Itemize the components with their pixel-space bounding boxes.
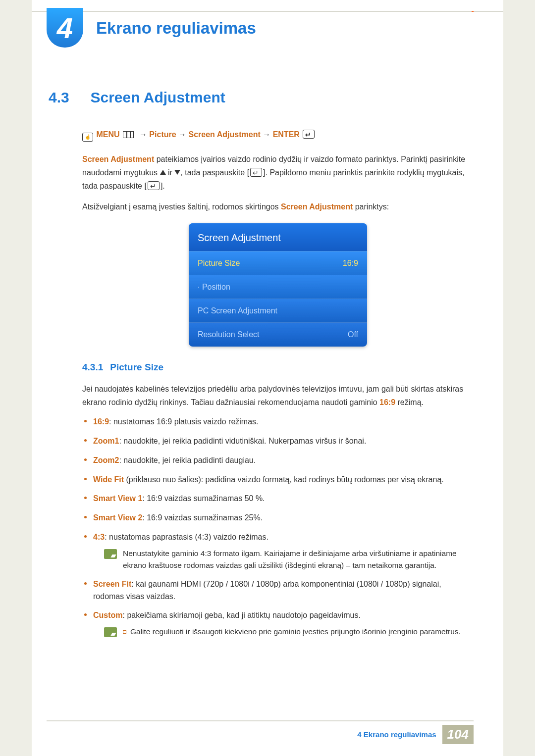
paragraph-2: Atsižvelgiant į esamą įvesties šaltinį, …: [82, 200, 474, 213]
osd-row-picture-size: Picture Size 16:9: [189, 251, 367, 275]
section-number: 4.3: [49, 89, 88, 106]
paragraph-1: Screen Adjustment pateikiamos įvairios v…: [82, 152, 474, 193]
page: 4 Ekrano reguliavimas 4.3 Screen Adjustm…: [32, 0, 503, 756]
osd-row-label: Picture Size: [198, 256, 240, 270]
list-item: Zoom2: naudokite, jei reikia padidinti d…: [93, 454, 474, 467]
list-item: Smart View 2: 16:9 vaizdas sumažinamas 2…: [93, 512, 474, 524]
kw-16-9: 16:9: [379, 398, 395, 406]
section-heading: 4.3 Screen Adjustment: [49, 89, 474, 106]
nav-enter-label: ENTER: [273, 130, 300, 139]
osd-row-label: Resolution Select: [198, 328, 260, 341]
osd-row-value: 16:9: [343, 256, 358, 270]
square-bullet-icon: [123, 630, 126, 634]
list-item: Zoom1: naudokite, jei reikia padidinti v…: [93, 435, 474, 448]
osd-row-position: · Position: [189, 275, 367, 299]
enter-icon: [250, 168, 262, 177]
osd-panel: Screen Adjustment Picture Size 16:9 · Po…: [189, 223, 367, 347]
list-item: 4:3: nustatomas paprastasis (4:3) vaizdo…: [93, 531, 474, 571]
osd-row-resolution-select: Resolution Select Off: [189, 322, 367, 346]
note-block: Galite reguliuoti ir išsaugoti kiekvieno…: [104, 626, 474, 638]
kw-screen-adjustment: Screen Adjustment: [281, 202, 353, 211]
subsection-heading: 4.3.1Picture Size: [82, 359, 474, 375]
osd-row-label: · Position: [198, 280, 230, 294]
nav-step2: Screen Adjustment: [189, 130, 261, 139]
osd-title: Screen Adjustment: [189, 223, 367, 251]
list-item: Custom: pakeičiama skiriamoji geba, kad …: [93, 609, 474, 638]
list-item: Wide Fit (priklauso nuo šalies): padidin…: [93, 474, 474, 486]
triangle-up-icon: [160, 170, 166, 175]
note-icon: [104, 627, 117, 637]
menu-grid-icon: [123, 131, 134, 138]
note-text: Nenustatykite gaminio 4:3 formato ilgam.…: [123, 548, 474, 571]
list-item: Screen Fit: kai gaunami HDMI (720p / 108…: [93, 578, 474, 603]
osd-row-pc-screen-adjustment: PC Screen Adjustment: [189, 299, 367, 322]
list-item: Smart View 1: 16:9 vaizdas sumažinamas 5…: [93, 493, 474, 505]
footer-chapter-label: 4 Ekrano reguliavimas: [357, 730, 436, 739]
picture-size-intro: Jei naudojatės kabelinės televizijos pri…: [82, 382, 474, 409]
page-number: 104: [442, 725, 474, 744]
list-item: 16:9: nustatomas 16:9 platusis vaizdo re…: [93, 416, 474, 428]
section-title: Screen Adjustment: [90, 89, 225, 106]
top-rule: [32, 11, 503, 12]
options-list: 16:9: nustatomas 16:9 platusis vaizdo re…: [82, 416, 474, 638]
triangle-down-icon: [174, 170, 180, 175]
note-icon: [104, 549, 117, 559]
enter-icon: [148, 181, 160, 190]
note-text: Galite reguliuoti ir išsaugoti kiekvieno…: [123, 626, 461, 638]
osd-row-label: PC Screen Adjustment: [198, 304, 277, 317]
kw-screen-adjustment: Screen Adjustment: [82, 155, 154, 163]
chapter-badge: 4: [47, 8, 83, 48]
note-block: Nenustatykite gaminio 4:3 formato ilgam.…: [104, 548, 474, 571]
nav-menu-label: MENU: [96, 130, 119, 139]
top-rule-accent: [472, 11, 474, 12]
osd-row-value: Off: [348, 328, 358, 341]
subsection-title: Picture Size: [110, 362, 163, 372]
footer-rule: [47, 720, 474, 721]
hand-icon: ☝: [82, 133, 93, 142]
nav-step1: Picture: [149, 130, 176, 139]
subsection-number: 4.3.1: [82, 362, 103, 372]
chapter-title: Ekrano reguliavimas: [96, 19, 256, 38]
menu-path: ☝ MENU → Picture → Screen Adjustment → E…: [82, 128, 474, 142]
content-body: ☝ MENU → Picture → Screen Adjustment → E…: [82, 128, 474, 645]
footer: 4 Ekrano reguliavimas 104: [357, 725, 474, 744]
enter-icon: [303, 130, 315, 139]
